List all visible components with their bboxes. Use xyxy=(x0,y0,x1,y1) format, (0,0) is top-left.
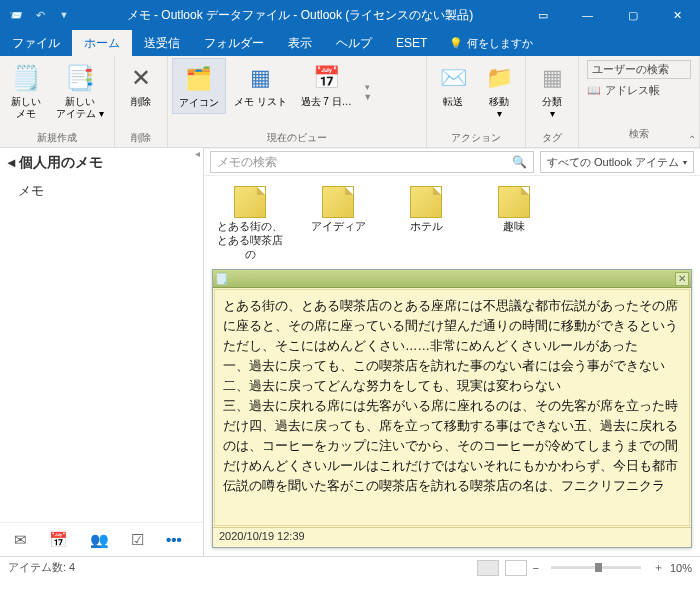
forward-button[interactable]: ✉️ 転送 xyxy=(431,58,475,112)
tasks-nav-icon[interactable]: ☑ xyxy=(131,531,144,549)
minimize-button[interactable]: — xyxy=(565,0,610,30)
sticky-note-icon xyxy=(410,186,442,218)
mail-nav-icon[interactable]: ✉ xyxy=(14,531,27,549)
search-input[interactable]: メモの検索 🔍 xyxy=(210,151,534,173)
calendar-icon: 📅 xyxy=(310,62,342,94)
ribbon-options-icon[interactable]: ▭ xyxy=(520,0,565,30)
group-label-delete: 削除 xyxy=(119,129,163,147)
title-bar: 📨 ↶ ▼ メモ - Outlook データファイル - Outlook (ライ… xyxy=(0,0,700,30)
forward-icon: ✉️ xyxy=(437,62,469,94)
delete-icon: ✕ xyxy=(125,62,157,94)
new-item-icon: 📑 xyxy=(64,62,96,94)
group-label-search: 検索 xyxy=(587,125,691,143)
group-label-new: 新規作成 xyxy=(4,129,110,147)
note-close-icon[interactable]: ✕ xyxy=(675,272,689,286)
note-preview: 🗒️ ✕ とある街の、とある喫茶店のとある座席には不思議な都市伝説があったその席… xyxy=(212,269,692,548)
category-button[interactable]: ▦ 分類 ▾ xyxy=(530,58,574,124)
close-button[interactable]: ✕ xyxy=(655,0,700,30)
tell-me-label: 何をしますか xyxy=(467,36,533,51)
new-memo-button[interactable]: 🗒️ 新しい メモ xyxy=(4,58,48,124)
new-item-button[interactable]: 📑 新しい アイテム ▾ xyxy=(50,58,110,124)
zoom-in-icon[interactable]: ＋ xyxy=(653,560,664,575)
tab-sendrecv[interactable]: 送受信 xyxy=(132,30,192,56)
move-button[interactable]: 📁 移動 ▾ xyxy=(477,58,521,124)
search-icon: 🔍 xyxy=(512,155,527,169)
undo-icon[interactable]: ↶ xyxy=(28,3,52,27)
lightbulb-icon: 💡 xyxy=(449,37,463,50)
ribbon: 🗒️ 新しい メモ 📑 新しい アイテム ▾ 新規作成 ✕ 削除 削除 🗂️ ア… xyxy=(0,56,700,148)
tab-eset[interactable]: ESET xyxy=(384,30,439,56)
tab-help[interactable]: ヘルプ xyxy=(324,30,384,56)
sticky-note-icon xyxy=(234,186,266,218)
tab-view[interactable]: 表示 xyxy=(276,30,324,56)
zoom-level: 10% xyxy=(670,562,692,574)
note-grid: とある街の、とある喫茶店の アイディア ホテル 趣味 xyxy=(204,176,700,265)
search-placeholder: メモの検索 xyxy=(217,154,277,171)
note-item[interactable]: 趣味 xyxy=(480,186,548,261)
tell-me-search[interactable]: 💡 何をしますか xyxy=(439,30,543,56)
tab-file[interactable]: ファイル xyxy=(0,30,72,56)
note-icon: 🗒️ xyxy=(10,62,42,94)
folder-pane: ◂ 個人用のメモ メモ ✉ 📅 👥 ☑ ••• xyxy=(0,148,204,556)
view-more-button[interactable]: ▾▼ xyxy=(360,58,376,102)
group-label-actions: アクション xyxy=(431,129,521,147)
folder-header[interactable]: ◂ 個人用のメモ xyxy=(0,148,203,178)
app-icon: 📨 xyxy=(4,3,28,27)
note-body[interactable]: とある街の、とある喫茶店のとある座席には不思議な都市伝説があったその席に座ると、… xyxy=(214,289,690,526)
note-item[interactable]: アイディア xyxy=(304,186,372,261)
qat-dropdown-icon[interactable]: ▼ xyxy=(52,3,76,27)
icons-view-icon: 🗂️ xyxy=(183,63,215,95)
view-icons-button[interactable]: 🗂️ アイコン xyxy=(172,58,226,114)
search-scope-dropdown[interactable]: すべての Outlook アイテム ▾ xyxy=(540,151,694,173)
address-book-icon: 📖 xyxy=(587,84,601,97)
note-timestamp: 2020/10/19 12:39 xyxy=(213,527,691,547)
view-last7-button[interactable]: 📅 過去 7 日… xyxy=(295,58,358,112)
tab-folder[interactable]: フォルダー xyxy=(192,30,276,56)
navigation-bar: ✉ 📅 👥 ☑ ••• xyxy=(0,522,203,556)
move-icon: 📁 xyxy=(483,62,515,94)
more-nav-icon[interactable]: ••• xyxy=(166,531,182,548)
note-item[interactable]: とある街の、とある喫茶店の xyxy=(216,186,284,261)
item-count: アイテム数: 4 xyxy=(8,560,75,575)
zoom-out-icon[interactable]: − xyxy=(533,562,539,574)
zoom-slider[interactable] xyxy=(551,566,641,569)
tab-home[interactable]: ホーム xyxy=(72,30,132,56)
category-icon: ▦ xyxy=(536,62,568,94)
ribbon-tabs: ファイル ホーム 送受信 フォルダー 表示 ヘルプ ESET 💡 何をしますか xyxy=(0,30,700,56)
maximize-button[interactable]: ▢ xyxy=(610,0,655,30)
group-label-view: 現在のビュー xyxy=(172,129,422,147)
user-search-box[interactable]: ユーザーの検索 xyxy=(587,60,691,79)
calendar-nav-icon[interactable]: 📅 xyxy=(49,531,68,549)
status-bar: アイテム数: 4 − ＋ 10% xyxy=(0,556,700,578)
people-nav-icon[interactable]: 👥 xyxy=(90,531,109,549)
collapse-ribbon-icon[interactable]: ⌃ xyxy=(688,134,696,145)
view-memolist-button[interactable]: ▦ メモ リスト xyxy=(228,58,293,112)
note-pin-icon: 🗒️ xyxy=(215,272,229,285)
chevron-down-icon: ▾▼ xyxy=(363,82,372,102)
window-title: メモ - Outlook データファイル - Outlook (ライセンスのない… xyxy=(80,7,520,24)
view-reading-icon[interactable] xyxy=(505,560,527,576)
delete-button[interactable]: ✕ 削除 xyxy=(119,58,163,112)
note-preview-titlebar[interactable]: 🗒️ ✕ xyxy=(213,270,691,288)
list-view-icon: ▦ xyxy=(244,62,276,94)
pane-resize-icon[interactable]: ◂ xyxy=(195,148,200,159)
sticky-note-icon xyxy=(322,186,354,218)
group-label-tag: タグ xyxy=(530,129,574,147)
view-normal-icon[interactable] xyxy=(477,560,499,576)
chevron-down-icon: ▾ xyxy=(683,158,687,167)
sticky-note-icon xyxy=(498,186,530,218)
address-book-button[interactable]: 📖アドレス帳 xyxy=(587,81,660,100)
note-item[interactable]: ホテル xyxy=(392,186,460,261)
folder-item-memo[interactable]: メモ xyxy=(0,178,203,204)
